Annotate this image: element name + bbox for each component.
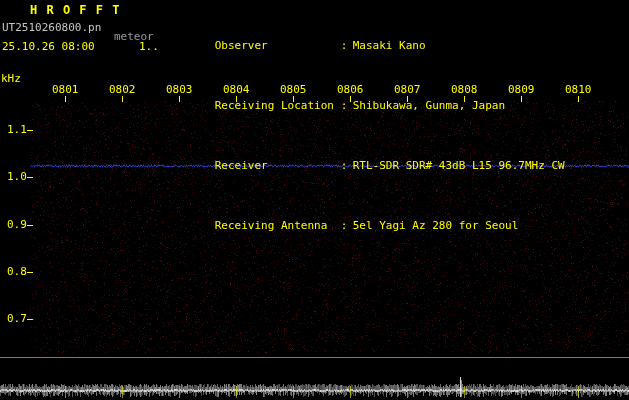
time-tick-label: 0801 [52,84,79,95]
time-axis-tick [578,96,579,102]
time-tick-label: 0806 [337,84,364,95]
time-axis-tick [179,96,180,102]
time-tick-label: 0808 [451,84,478,95]
info-colon: : [341,160,353,172]
level-strip-divider [0,357,629,358]
sequence-indicator: 1.. [139,41,159,52]
app-title: H R O F F T [30,5,120,16]
info-row-receiver: Receiver:RTL-SDR SDR# 43dB L15 96.7MHz C… [175,148,565,184]
info-value: Masaki Kano [353,39,426,52]
freq-tick-label: 1.0 [7,171,27,182]
time-axis-tick [350,96,351,102]
info-row-antenna: Receiving Antenna:5el Yagi Az 280 for Se… [175,208,565,244]
time-axis-tick [122,96,123,102]
datetime-label: 25.10.26 08:00 [2,41,95,52]
freq-tick-label: 0.9 [7,219,27,230]
freq-axis-tick [27,272,33,273]
time-tick-label: 0807 [394,84,421,95]
info-value: Shibukawa, Gunma, Japan [353,99,505,112]
time-axis-tick [236,96,237,102]
freq-axis-tick [27,177,33,178]
freq-axis-tick [27,319,33,320]
time-axis-tick [407,96,408,102]
info-label: Receiving Antenna [215,220,341,232]
hrofft-output: H R O F F T UT2510260800.pn meteor 25.10… [0,0,629,400]
freq-tick-label: 1.1 [7,124,27,135]
freq-axis-unit: kHz [1,73,21,84]
info-label: Receiving Location [215,100,341,112]
info-value: 5el Yagi Az 280 for Seoul [353,219,519,232]
time-axis-tick [293,96,294,102]
freq-axis-tick [27,225,33,226]
time-tick-label: 0804 [223,84,250,95]
freq-tick-label: 0.8 [7,266,27,277]
time-tick-label: 0802 [109,84,136,95]
freq-tick-label: 0.7 [7,313,27,324]
station-info: Observer:Masaki Kano Receiving Location:… [175,4,565,268]
time-axis-tick [464,96,465,102]
time-tick-label: 0805 [280,84,307,95]
time-axis-tick [65,96,66,102]
freq-axis-tick [27,130,33,131]
info-label: Observer [215,40,341,52]
info-row-observer: Observer:Masaki Kano [175,28,565,64]
info-colon: : [341,220,353,232]
info-colon: : [341,40,353,52]
time-axis-tick [521,96,522,102]
output-filename: UT2510260800.pn [2,22,101,33]
info-label: Receiver [215,160,341,172]
time-tick-label: 0810 [565,84,592,95]
info-value: RTL-SDR SDR# 43dB L15 96.7MHz CW [353,159,565,172]
time-tick-label: 0809 [508,84,535,95]
time-tick-label: 0803 [166,84,193,95]
